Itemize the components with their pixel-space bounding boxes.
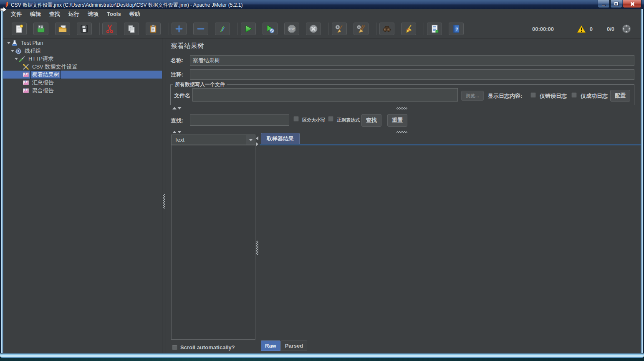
tree-item-summary-report[interactable]: 汇总报告 — [3, 79, 162, 86]
cut-button[interactable] — [102, 23, 117, 35]
sampler-result-body[interactable] — [260, 147, 641, 338]
stop-button[interactable]: STOP — [284, 23, 299, 35]
case-sensitive-label[interactable]: 区分大小写 — [302, 117, 325, 123]
find-button[interactable]: 查找 — [361, 114, 381, 127]
tree-item-csv-config[interactable]: CSV 数据文件设置 — [3, 63, 162, 71]
regex-label[interactable]: 正则表达式 — [337, 117, 360, 123]
tab-sampler-result[interactable]: 取样器结果 — [261, 133, 300, 144]
collapse-down-icon[interactable] — [177, 131, 182, 133]
new-button[interactable] — [12, 23, 27, 35]
minimize-button[interactable] — [598, 0, 610, 8]
toggle-button[interactable] — [215, 23, 230, 35]
log-errors-indicator[interactable]: 0 — [577, 19, 593, 38]
collapse-arrow-icon[interactable] — [10, 50, 15, 52]
splitter-grip[interactable] — [163, 194, 165, 208]
help-button[interactable]: ? — [449, 23, 464, 35]
sampler-result-column: 取样器结果 Raw Parsed — [260, 134, 641, 353]
open-button[interactable] — [55, 23, 70, 35]
tab-raw[interactable]: Raw — [261, 341, 280, 351]
splitter-grip[interactable] — [397, 107, 407, 109]
success-only-label[interactable]: 仅成功日志 — [581, 92, 608, 100]
tree-item-view-results-tree[interactable]: 察看结果树 — [3, 71, 162, 79]
new-icon — [14, 24, 24, 34]
errors-only-label[interactable]: 仅错误日志 — [540, 92, 567, 100]
collapse-arrow-icon[interactable] — [6, 42, 11, 44]
horizontal-splitter[interactable] — [166, 130, 641, 134]
start-button[interactable] — [241, 23, 256, 35]
menu-file[interactable]: 文件 — [7, 9, 26, 19]
menu-search[interactable]: 查找 — [45, 9, 64, 19]
splitter-grip[interactable] — [256, 241, 258, 255]
name-input[interactable] — [190, 55, 634, 66]
clear-button[interactable] — [332, 23, 347, 35]
tree-item-thread-group[interactable]: 线程组 — [3, 47, 162, 55]
search-input[interactable] — [190, 114, 289, 126]
window-border-bottom — [0, 353, 644, 358]
configure-button[interactable]: 配置 — [610, 90, 630, 102]
copy-button[interactable] — [124, 23, 139, 35]
collapse-all-button[interactable] — [193, 23, 208, 35]
svg-text:?: ? — [455, 27, 458, 32]
regex-checkbox[interactable] — [328, 116, 333, 122]
tree-item-aggregate-report[interactable]: 聚合报告 — [3, 86, 162, 94]
view-results-tree-panel: 察看结果树 名称: 注释: 所有数据写入一个文件 文件名 浏览... 显示日志内… — [166, 38, 641, 353]
tree-item-test-plan[interactable]: Test Plan — [3, 39, 162, 47]
chevron-down-icon — [249, 139, 253, 141]
title-bar[interactable]: CSV 数据文件设置.jmx (C:\Users\Administrator\D… — [0, 0, 644, 9]
tree-item-http-request[interactable]: HTTP请求 — [3, 55, 162, 63]
clear-all-button[interactable] — [354, 23, 369, 35]
browse-button[interactable]: 浏览... — [461, 91, 484, 101]
filename-input[interactable] — [192, 88, 458, 102]
elapsed-time: 00:00:00 — [532, 19, 554, 38]
menu-edit[interactable]: 编辑 — [26, 9, 45, 19]
maximize-button[interactable] — [610, 0, 622, 8]
start-no-timers-button[interactable] — [263, 23, 278, 35]
listener-icon — [23, 87, 29, 94]
results-region: Text Scroll automatically? — [166, 134, 641, 353]
scroll-automatically-row: Scroll automatically? — [172, 344, 235, 351]
dropdown-arrow-button[interactable] — [246, 135, 255, 145]
function-helper-icon — [429, 24, 439, 34]
templates-icon — [36, 24, 46, 34]
scroll-automatically-label[interactable]: Scroll automatically? — [180, 344, 235, 351]
copy-icon — [126, 24, 136, 34]
menu-run[interactable]: 运行 — [64, 9, 83, 19]
search-button[interactable] — [379, 23, 394, 35]
tab-parsed[interactable]: Parsed — [281, 341, 307, 351]
case-sensitive-checkbox[interactable] — [293, 116, 299, 122]
collapse-arrow-icon[interactable] — [13, 58, 19, 60]
function-helper-button[interactable] — [427, 23, 442, 35]
http-request-icon — [19, 56, 25, 62]
success-only-checkbox[interactable] — [571, 92, 577, 98]
menu-tools[interactable]: Tools — [103, 10, 125, 18]
comment-label: 注释: — [171, 71, 183, 79]
splitter-grip[interactable] — [397, 131, 407, 133]
expand-all-button[interactable] — [172, 23, 187, 35]
scroll-automatically-checkbox[interactable] — [172, 345, 177, 350]
shutdown-button[interactable] — [306, 23, 321, 35]
expand-up-icon[interactable] — [172, 131, 177, 133]
menu-options[interactable]: 选项 — [83, 9, 103, 19]
results-list[interactable] — [171, 145, 255, 340]
remote-start-indicator[interactable] — [621, 19, 631, 38]
errors-only-checkbox[interactable] — [530, 92, 536, 98]
close-button[interactable] — [623, 0, 641, 8]
paste-button[interactable] — [146, 23, 161, 35]
collapse-right-icon[interactable] — [256, 142, 258, 146]
reset-button[interactable]: 重置 — [387, 114, 407, 127]
renderer-select[interactable]: Text — [171, 135, 255, 145]
tree-main-splitter[interactable] — [162, 38, 166, 353]
expand-up-icon[interactable] — [172, 107, 177, 109]
save-button[interactable] — [77, 23, 92, 35]
horizontal-splitter[interactable] — [166, 107, 641, 110]
templates-button[interactable] — [33, 23, 48, 35]
expand-left-icon[interactable] — [256, 136, 258, 140]
start-no-timers-icon — [265, 24, 275, 34]
comment-input[interactable] — [190, 69, 634, 80]
collapse-down-icon[interactable] — [177, 107, 182, 109]
results-splitter[interactable] — [255, 134, 259, 353]
window-title: CSV 数据文件设置.jmx (C:\Users\Administrator\D… — [11, 2, 242, 9]
search-reset-button[interactable] — [401, 23, 416, 35]
menu-help[interactable]: 帮助 — [125, 9, 144, 19]
log-display-label: 显示日志内容: — [488, 92, 522, 100]
